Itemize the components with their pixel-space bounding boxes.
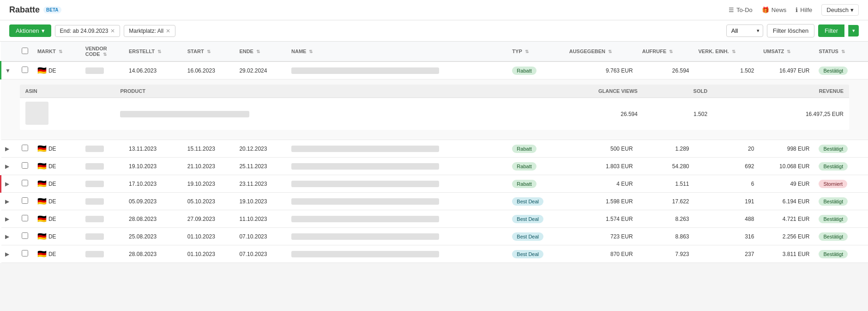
main-table: MARKT ⇅ VENDORCODE ⇅ ERSTELLT ⇅ START ⇅ … — [0, 42, 868, 263]
filter-type-select[interactable]: All — [726, 24, 763, 37]
expand-cell[interactable]: ▶ — [1, 210, 17, 228]
name-cell — [287, 228, 507, 245]
checkbox-cell[interactable] — [17, 175, 33, 193]
typ-cell: Rabatt — [507, 175, 564, 193]
select-all-checkbox[interactable] — [22, 48, 28, 54]
col-verk-einh[interactable]: VERK. EINH. ⇅ — [694, 42, 759, 61]
col-vendor-code[interactable]: VENDORCODE ⇅ — [81, 42, 124, 61]
expand-button[interactable]: ▶ — [3, 180, 11, 188]
col-start[interactable]: START ⇅ — [183, 42, 235, 61]
flag-icon: 🇩🇪 — [37, 214, 47, 223]
news-nav-item[interactable]: 🎁 News — [762, 6, 787, 13]
filter-end-chip[interactable]: End: ab 24.09.2023 ✕ — [55, 25, 121, 37]
markt-value: DE — [48, 163, 56, 170]
col-umsatz[interactable]: UMSATZ ⇅ — [759, 42, 814, 61]
checkbox-cell[interactable] — [17, 193, 33, 210]
news-label: News — [772, 6, 787, 13]
name-placeholder — [291, 216, 439, 222]
expand-cell[interactable]: ▶ — [1, 228, 17, 245]
status-badge: Storniert — [819, 180, 847, 188]
checkbox-cell[interactable] — [17, 228, 33, 245]
sort-icon: ⇅ — [256, 49, 260, 54]
toolbar-right: All Filter löschen Filter ▾ — [726, 24, 859, 37]
sub-col-glance-views: GLANCE VIEWS — [504, 85, 643, 98]
close-icon: ✕ — [166, 28, 170, 34]
expand-button[interactable]: ▶ — [3, 250, 11, 258]
expand-cell[interactable]: ▶ — [1, 140, 17, 158]
expand-cell[interactable]: ▶ — [1, 193, 17, 210]
header-left: Rabatte beta — [9, 5, 61, 15]
col-typ[interactable]: TYP ⇅ — [507, 42, 564, 61]
filter-markt-chip[interactable]: Marktplatz: All ✕ — [124, 25, 175, 37]
expand-cell[interactable]: ▼ — [1, 61, 17, 79]
row-checkbox[interactable] — [22, 162, 28, 169]
vendor-code-cell — [81, 61, 124, 79]
table-row: ▶ 🇩🇪 DE 13.11.2023 15.11.2023 20.12.2023… — [1, 140, 868, 158]
typ-cell: Best Deal — [507, 210, 564, 228]
hilfe-nav-item[interactable]: ℹ Hilfe — [796, 6, 812, 13]
col-ausgegeben[interactable]: AUSGEGEBEN ⇅ — [565, 42, 638, 61]
language-selector[interactable]: Deutsch ▾ — [821, 4, 859, 16]
ausgegeben-cell: 9.763 EUR — [565, 61, 638, 79]
expand-button[interactable]: ▶ — [3, 145, 11, 153]
checkbox-cell[interactable] — [17, 210, 33, 228]
filter-button[interactable]: Filter — [818, 24, 844, 37]
sub-col-asin: ASIN — [19, 85, 115, 98]
erstellt-cell: 28.08.2023 — [124, 245, 183, 263]
col-aufrufe[interactable]: AUFRUFE ⇅ — [638, 42, 694, 61]
umsatz-cell: 49 EUR — [759, 175, 814, 193]
expand-button[interactable]: ▶ — [3, 215, 11, 223]
aktionen-button[interactable]: Aktionen ▾ — [9, 24, 51, 37]
row-checkbox[interactable] — [22, 215, 28, 221]
aufrufe-cell: 1.289 — [638, 140, 694, 158]
lang-label: Deutsch — [826, 6, 849, 13]
typ-cell: Best Deal — [507, 228, 564, 245]
checkbox-cell[interactable] — [17, 140, 33, 158]
vendor-code-cell — [81, 245, 124, 263]
verk-einh-cell: 316 — [694, 228, 759, 245]
expand-button[interactable]: ▶ — [3, 197, 11, 206]
erstellt-cell: 14.06.2023 — [124, 61, 183, 79]
filter-loeschen-button[interactable]: Filter löschen — [767, 24, 814, 37]
col-erstellt[interactable]: ERSTELLT ⇅ — [124, 42, 183, 61]
row-checkbox[interactable] — [22, 67, 28, 73]
filter-arrow-button[interactable]: ▾ — [848, 25, 859, 37]
checkbox-cell[interactable] — [17, 61, 33, 79]
vendor-code-placeholder — [85, 163, 104, 170]
row-checkbox[interactable] — [22, 232, 28, 239]
col-ende[interactable]: ENDE ⇅ — [235, 42, 287, 61]
row-checkbox[interactable] — [22, 250, 28, 256]
checkbox-cell[interactable] — [17, 245, 33, 263]
expand-cell[interactable]: ▶ — [1, 158, 17, 175]
typ-badge: Best Deal — [512, 215, 543, 223]
table-body: ▼ 🇩🇪 DE 14.06.2023 16.06.2023 29.02.2024… — [1, 61, 868, 263]
todo-nav-item[interactable]: ☰ To-Do — [729, 6, 753, 13]
markt-cell: 🇩🇪 DE — [33, 175, 81, 193]
toolbar: Aktionen ▾ End: ab 24.09.2023 ✕ Marktpla… — [0, 20, 868, 42]
checkbox-cell[interactable] — [17, 158, 33, 175]
row-checkbox[interactable] — [22, 197, 28, 204]
flag-icon: 🇩🇪 — [37, 179, 47, 188]
vendor-code-cell — [81, 140, 124, 158]
row-checkbox[interactable] — [22, 180, 28, 186]
sub-row-cell: ASIN PRODUCT GLANCE VIEWS SOLD REVENUE — [1, 79, 868, 140]
expand-cell[interactable]: ▶ — [1, 175, 17, 193]
expand-cell[interactable]: ▶ — [1, 245, 17, 263]
sort-icon: ⇅ — [525, 49, 529, 54]
ausgegeben-cell: 723 EUR — [565, 228, 638, 245]
expand-button[interactable]: ▶ — [3, 232, 11, 241]
col-status[interactable]: STATUS ⇅ — [814, 42, 868, 61]
expand-button[interactable]: ▼ — [3, 67, 12, 75]
status-badge: Bestätigt — [819, 197, 848, 206]
todo-icon: ☰ — [729, 6, 734, 13]
name-placeholder — [291, 163, 439, 170]
typ-cell: Best Deal — [507, 193, 564, 210]
col-markt[interactable]: MARKT ⇅ — [33, 42, 81, 61]
typ-badge: Rabatt — [512, 180, 536, 188]
row-checkbox[interactable] — [22, 145, 28, 151]
expand-button[interactable]: ▶ — [3, 162, 11, 171]
filter-end-label: End: ab 24.09.2023 — [60, 28, 108, 34]
vendor-code-cell — [81, 175, 124, 193]
col-name[interactable]: NAME ⇅ — [287, 42, 507, 61]
filter-type-select-wrap[interactable]: All — [726, 24, 763, 37]
